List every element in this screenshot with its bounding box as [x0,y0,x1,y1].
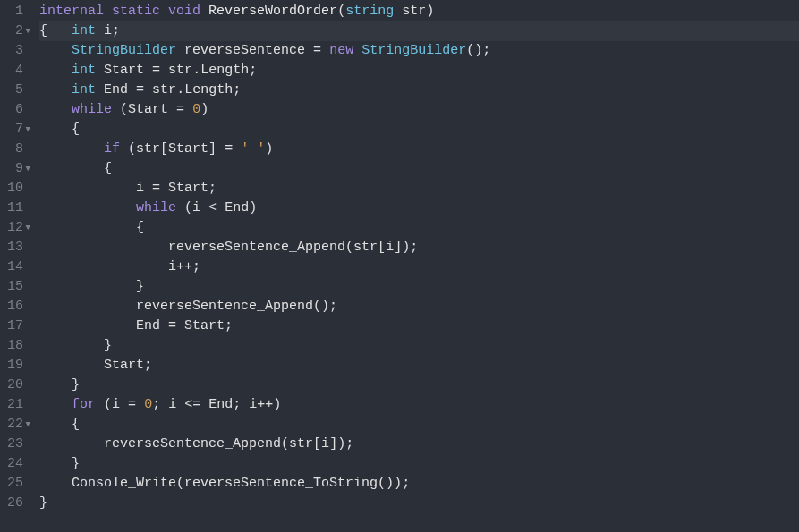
token-kw: if [104,141,120,156]
token-type: string [345,4,394,19]
token-fn: ReverseWordOrder [208,4,337,19]
token-pun: { [104,161,112,176]
code-line[interactable]: while (i < End) [39,198,799,218]
code-line[interactable]: } [39,454,799,474]
code-line[interactable]: { [39,159,799,179]
token-pun: ; [329,299,337,314]
token-pun: ; [345,436,353,452]
code-line[interactable]: i++; [39,258,799,277]
code-line[interactable]: int Start = str.Length; [39,61,799,80]
line-number: 26 [0,494,23,513]
token-pun: () [466,43,482,58]
code-line[interactable]: End = Start; [39,317,799,336]
token-pun: ; [192,259,200,274]
code-line[interactable]: i = Start; [39,179,799,198]
token-type: StringBuilder [361,43,466,58]
code-line[interactable]: } [39,376,799,395]
line-number: 8 [0,139,23,159]
token-id: i [104,23,112,38]
fold-icon[interactable]: ▼ [26,415,30,435]
line-number: 6 [0,100,23,120]
token-op: = [225,141,233,156]
token-op: <= [184,397,200,412]
code-line[interactable]: if (str[Start] = ' ') [39,139,799,159]
token-kw: void [168,4,200,19]
token-id: Start [128,102,168,117]
code-line[interactable]: } [39,494,799,513]
token-pun: ) [426,4,434,19]
token-num: 0 [192,102,200,117]
token-id: Start [168,181,208,196]
token-id: i [168,259,176,274]
token-pun: ; [144,358,152,373]
token-pun: ; [112,23,120,38]
token-pun: ( [337,4,345,19]
token-num: 0 [144,397,152,412]
token-op: = [168,318,176,334]
token-pun: ( [176,476,184,491]
code-line[interactable]: reverseSentence_Append(str[i]); [39,435,799,454]
code-line[interactable]: Console_Write(reverseSentence_ToString()… [39,474,799,494]
code-line[interactable]: { [39,218,799,238]
token-id: str [168,63,192,78]
token-pun: [ [378,240,386,255]
line-number: 14 [0,258,23,277]
token-id: i [192,200,200,215]
token-kw: while [136,200,176,215]
code-area[interactable]: internal static void ReverseWordOrder(st… [30,0,799,515]
line-number: 7▼ [0,120,23,139]
code-line[interactable]: } [39,277,799,297]
code-line[interactable]: } [39,336,799,356]
code-line[interactable]: for (i = 0; i <= End; i++) [39,395,799,415]
code-line[interactable]: reverseSentence_Append(str[i]); [39,238,799,258]
token-id: i [386,240,394,255]
token-pun: ( [281,436,289,452]
line-number: 22▼ [0,415,23,435]
fold-icon[interactable]: ▼ [26,159,30,179]
token-pun: ) [265,141,273,156]
line-number: 10 [0,179,23,198]
token-op: ++ [257,397,273,412]
token-type: int [72,63,96,78]
token-pun: ; [233,397,241,412]
token-pun: } [72,377,80,393]
token-kw: internal [39,4,104,19]
line-number: 2▼ [0,21,23,41]
line-number: 5 [0,80,23,100]
token-id: Start [168,141,208,156]
token-id: Length [200,63,249,78]
code-line[interactable]: { [39,415,799,435]
token-kw: static [112,4,160,19]
code-line[interactable]: StringBuilder reverseSentence = new Stri… [39,41,799,61]
token-pun: ]) [329,436,345,452]
line-number: 13 [0,238,23,258]
token-pun: { [72,122,80,137]
token-pun: ( [104,397,112,412]
token-pun: ; [225,318,233,334]
line-number: 19 [0,356,23,376]
token-pun: { [136,220,144,235]
fold-icon[interactable]: ▼ [26,120,30,139]
token-pun: ]) [394,240,410,255]
token-id: End [225,200,249,215]
code-line[interactable]: { int i; [39,21,799,41]
token-pun: } [136,279,144,294]
token-pun: } [72,456,80,471]
token-op: ++ [176,259,192,274]
code-line[interactable]: internal static void ReverseWordOrder(st… [39,2,799,21]
token-pun: ; [233,82,241,97]
code-line[interactable]: int End = str.Length; [39,80,799,100]
code-editor[interactable]: 12▼34567▼89▼101112▼13141516171819202122▼… [0,0,799,515]
token-pun: ()) [378,476,402,491]
line-number: 3 [0,41,23,61]
fold-icon[interactable]: ▼ [26,21,30,41]
line-number: 12▼ [0,218,23,238]
token-pun: ) [249,200,257,215]
code-line[interactable]: reverseSentence_Append(); [39,297,799,317]
code-line[interactable]: { [39,120,799,139]
token-id: i [321,436,329,452]
code-line[interactable]: Start; [39,356,799,376]
fold-icon[interactable]: ▼ [26,218,30,238]
code-line[interactable]: while (Start = 0) [39,100,799,120]
token-type: int [72,82,96,97]
